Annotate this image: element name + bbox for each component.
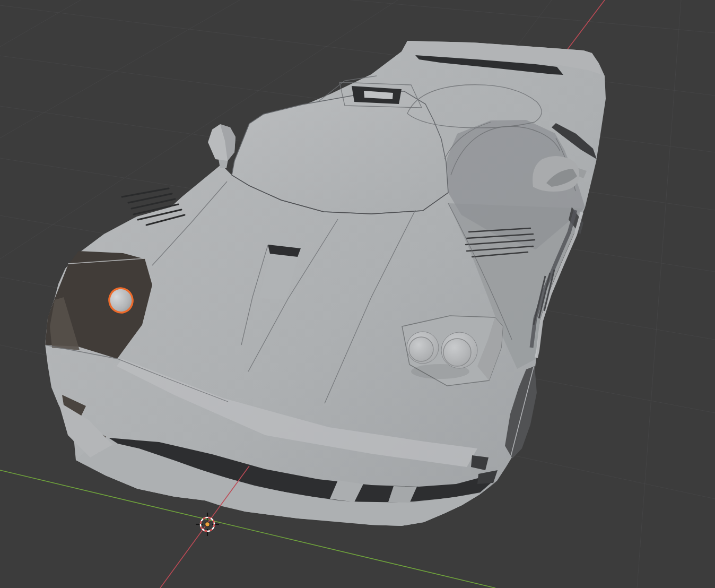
cursor-center-dot (205, 522, 210, 527)
viewport-canvas[interactable] (0, 0, 715, 588)
viewport-3d[interactable] (0, 0, 715, 588)
headlight-bulb-right-inner-lens (443, 339, 471, 366)
headlight-bulb-right-outer-lens (409, 337, 433, 361)
